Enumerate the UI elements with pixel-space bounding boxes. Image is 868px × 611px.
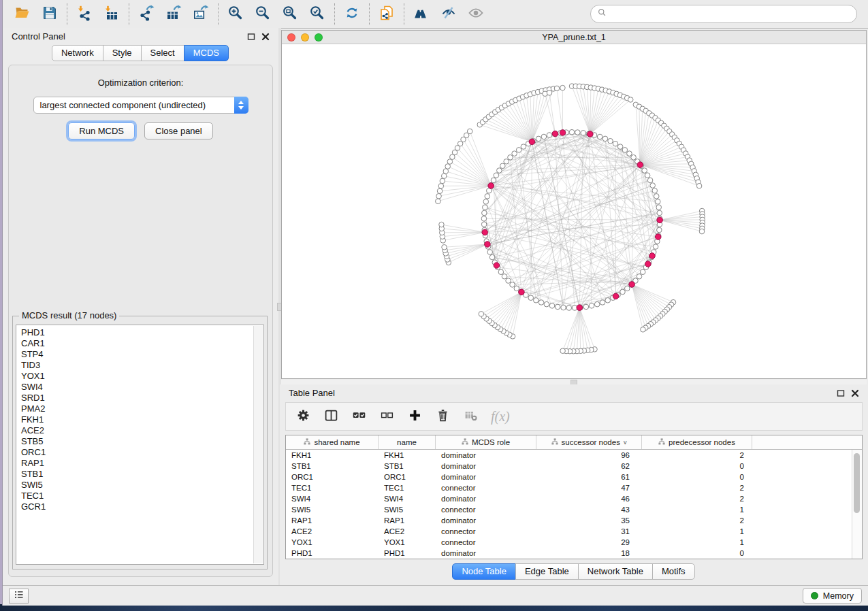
table-row[interactable]: STB1STB1dominator620 bbox=[286, 461, 862, 472]
table-row[interactable]: ACE2ACE2connector311 bbox=[286, 526, 862, 537]
horizontal-splitter[interactable] bbox=[281, 380, 867, 384]
hide-selected-button[interactable] bbox=[439, 5, 458, 24]
mcds-hub-node[interactable] bbox=[485, 242, 491, 248]
graph-node[interactable] bbox=[544, 301, 549, 307]
graph-node[interactable] bbox=[624, 286, 630, 291]
settings-gear-button[interactable] bbox=[295, 409, 310, 424]
graph-node[interactable] bbox=[504, 159, 509, 165]
search-box[interactable] bbox=[590, 5, 857, 23]
graph-node[interactable] bbox=[657, 210, 662, 216]
graph-node[interactable] bbox=[443, 169, 449, 174]
mcds-hub-node[interactable] bbox=[637, 162, 643, 168]
mcds-hub-node[interactable] bbox=[482, 229, 488, 235]
tab-network-table[interactable]: Network Table bbox=[578, 563, 653, 580]
tab-motifs[interactable]: Motifs bbox=[652, 563, 695, 580]
graph-node[interactable] bbox=[583, 304, 589, 310]
mcds-result-item[interactable]: SWI5 bbox=[21, 480, 263, 491]
table-row[interactable]: YOX1YOX1connector291 bbox=[286, 537, 862, 548]
graph-node[interactable] bbox=[575, 130, 581, 135]
mcds-result-item[interactable]: FKH1 bbox=[21, 414, 263, 425]
network-canvas[interactable] bbox=[282, 44, 866, 378]
graph-node[interactable] bbox=[645, 173, 650, 178]
graph-node[interactable] bbox=[445, 164, 451, 169]
zoom-out-button[interactable] bbox=[253, 5, 272, 24]
graph-node[interactable] bbox=[481, 222, 487, 227]
graph-node[interactable] bbox=[547, 90, 552, 96]
column-header-MCDS-role[interactable]: MCDS role bbox=[436, 435, 536, 449]
mcds-result-item[interactable]: ACE2 bbox=[21, 425, 263, 436]
graph-node[interactable] bbox=[605, 298, 611, 303]
graph-node[interactable] bbox=[652, 188, 658, 194]
mcds-result-item[interactable]: SWI4 bbox=[21, 382, 263, 393]
table-row[interactable]: PHD1PHD1dominator180 bbox=[286, 548, 862, 559]
float-panel-icon[interactable] bbox=[837, 389, 845, 397]
graph-node[interactable] bbox=[641, 327, 646, 333]
network-graph[interactable] bbox=[282, 44, 866, 378]
show-all-button[interactable] bbox=[466, 5, 485, 24]
search-input[interactable] bbox=[611, 8, 850, 20]
graph-node[interactable] bbox=[647, 178, 653, 183]
graph-node[interactable] bbox=[521, 144, 526, 150]
export-network-button[interactable] bbox=[137, 5, 156, 24]
column-header-predecessor-nodes[interactable]: predecessor nodes bbox=[642, 435, 752, 449]
graph-node[interactable] bbox=[442, 245, 447, 250]
find-button[interactable] bbox=[412, 5, 431, 24]
mcds-result-item[interactable]: PMA2 bbox=[21, 403, 263, 414]
graph-node[interactable] bbox=[491, 178, 496, 183]
graph-node[interactable] bbox=[555, 304, 560, 310]
graph-node[interactable] bbox=[438, 184, 444, 189]
import-network-button[interactable] bbox=[75, 5, 94, 24]
graph-node[interactable] bbox=[608, 138, 613, 144]
close-panel-button[interactable]: Close panel bbox=[144, 122, 213, 139]
mcds-hub-node[interactable] bbox=[588, 131, 594, 137]
clone-network-button[interactable] bbox=[377, 5, 396, 24]
split-columns-button[interactable] bbox=[323, 409, 338, 424]
mcds-hub-node[interactable] bbox=[529, 139, 535, 145]
network-window-titlebar[interactable]: YPA_prune.txt_1 bbox=[282, 31, 866, 44]
graph-node[interactable] bbox=[613, 141, 618, 146]
graph-node[interactable] bbox=[602, 136, 608, 142]
graph-node[interactable] bbox=[497, 168, 502, 174]
graph-node[interactable] bbox=[502, 274, 507, 280]
graph-node[interactable] bbox=[483, 199, 489, 205]
table-row[interactable]: SWI5SWI5connector431 bbox=[286, 504, 862, 515]
minimize-window-light[interactable] bbox=[301, 33, 309, 42]
graph-node[interactable] bbox=[489, 254, 495, 260]
graph-node[interactable] bbox=[447, 159, 453, 165]
mcds-result-item[interactable]: ORC1 bbox=[21, 447, 263, 458]
float-panel-icon[interactable] bbox=[247, 33, 255, 41]
mcds-hub-node[interactable] bbox=[645, 261, 652, 267]
graph-node[interactable] bbox=[560, 348, 566, 354]
mcds-result-item[interactable]: TEC1 bbox=[21, 491, 263, 501]
graph-node[interactable] bbox=[439, 222, 445, 227]
graph-node[interactable] bbox=[617, 144, 623, 150]
table-row[interactable]: SWI4SWI4dominator462 bbox=[286, 493, 862, 504]
mcds-result-list[interactable]: PHD1CAR1STP4TID3YOX1SWI4SRD1PMA2FKH1ACE2… bbox=[16, 325, 264, 565]
zoom-fit-button[interactable] bbox=[280, 5, 300, 24]
graph-node[interactable] bbox=[506, 278, 511, 284]
graph-node[interactable] bbox=[549, 303, 555, 309]
mcds-result-item[interactable]: STP4 bbox=[21, 349, 263, 360]
mcds-result-item[interactable]: CAR1 bbox=[21, 338, 263, 349]
graph-node[interactable] bbox=[637, 274, 642, 280]
mcds-result-item[interactable]: SRD1 bbox=[21, 393, 263, 403]
graph-node[interactable] bbox=[600, 300, 605, 306]
show-task-history-button[interactable] bbox=[9, 589, 29, 604]
graph-node[interactable] bbox=[436, 199, 441, 204]
graph-node[interactable] bbox=[482, 210, 487, 216]
graph-node[interactable] bbox=[594, 301, 600, 307]
tab-node-table[interactable]: Node Table bbox=[452, 563, 516, 580]
graph-node[interactable] bbox=[561, 305, 566, 310]
close-panel-icon[interactable] bbox=[261, 33, 270, 41]
mcds-result-item[interactable]: YOX1 bbox=[21, 371, 263, 382]
select-all-button[interactable] bbox=[351, 409, 366, 424]
graph-node[interactable] bbox=[699, 229, 705, 234]
export-image-button[interactable] bbox=[191, 5, 210, 24]
graph-node[interactable] bbox=[656, 205, 662, 210]
graph-node[interactable] bbox=[510, 282, 515, 288]
open-file-button[interactable] bbox=[13, 5, 32, 24]
graph-node[interactable] bbox=[467, 129, 472, 134]
graph-node[interactable] bbox=[514, 286, 519, 291]
graph-node[interactable] bbox=[479, 312, 484, 317]
graph-node[interactable] bbox=[566, 306, 572, 311]
